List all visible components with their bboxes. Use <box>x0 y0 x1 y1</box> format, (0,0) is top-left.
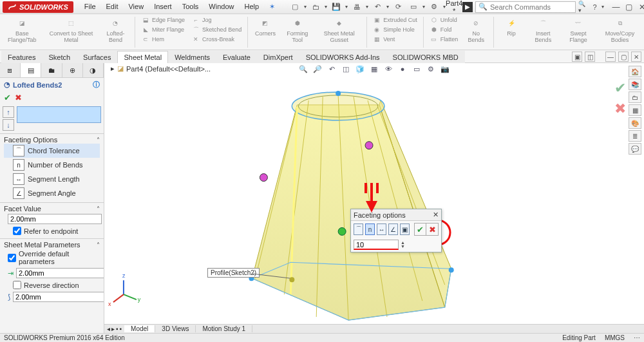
refer-endpoint-check[interactable]: Refer to endpoint <box>4 225 100 236</box>
help-icon[interactable]: ? <box>591 3 598 11</box>
ribbon-base-flange[interactable]: ◪Base Flange/Tab <box>3 15 41 44</box>
bend-radius-input[interactable] <box>13 292 104 302</box>
override-params-check[interactable]: Override default parameters <box>4 249 100 267</box>
ribbon-cross-break[interactable]: ✕Cross-Break <box>190 35 243 44</box>
menu-insert[interactable]: Insert <box>149 1 176 12</box>
ribbon-edge-flange[interactable]: ⬓Edge Flange <box>140 15 186 24</box>
tab-dimxpert[interactable]: DimXpert <box>257 51 299 63</box>
opt-segment-length[interactable]: ↔Segment Length <box>4 172 100 186</box>
window-restore-icon[interactable]: ▢ <box>623 2 635 12</box>
window-minimize-icon[interactable]: — <box>611 2 622 12</box>
popup-cancel-button[interactable]: ✖ <box>426 223 438 235</box>
ribbon-corners[interactable]: ◩Corners <box>252 15 278 37</box>
pm-tab-config[interactable]: 🖿 <box>41 63 62 77</box>
tab-evaluate[interactable]: Evaluate <box>216 51 257 63</box>
menu-file[interactable]: File <box>80 1 100 12</box>
pm-help-icon[interactable]: ⓘ <box>93 80 100 90</box>
popup-ok-button[interactable]: ✔ <box>415 223 426 235</box>
thickness-input[interactable] <box>16 268 104 278</box>
ribbon-miter-flange[interactable]: ◣Miter Flange <box>140 25 186 34</box>
save-icon[interactable]: 💾 <box>330 1 343 13</box>
doc-minimize-icon[interactable]: — <box>605 52 616 62</box>
popup-segment-length-button[interactable]: ↔ <box>377 223 386 235</box>
popup-refer-endpoint-button[interactable]: ▣ <box>400 223 410 235</box>
tab-sheet-metal[interactable]: Sheet Metal <box>117 51 168 63</box>
doc-restore-icon[interactable]: ▢ <box>618 52 629 62</box>
opt-number-of-bends[interactable]: nNumber of Bends <box>4 158 100 172</box>
menu-pin-icon[interactable]: ✶ <box>265 1 279 12</box>
pm-tab-feature-tree[interactable]: 🗉 <box>0 63 21 77</box>
ribbon-convert-sm[interactable]: ⬚Convert to Sheet Metal <box>45 15 97 44</box>
ribbon-gusset[interactable]: ◆Sheet Metal Gusset <box>317 15 362 44</box>
tab-sketch[interactable]: Sketch <box>42 51 77 63</box>
tab-motion-study[interactable]: Motion Study 1 <box>196 325 252 332</box>
opt-chord-tolerance[interactable]: ⌒Chord Tolerance <box>4 144 100 158</box>
menu-tools[interactable]: Tools <box>178 1 204 12</box>
tab-addins[interactable]: SOLIDWORKS Add-Ins <box>299 51 386 63</box>
pm-cancel-button[interactable]: ✖ <box>15 93 22 102</box>
tab-features[interactable]: Features <box>1 51 42 63</box>
new-icon[interactable]: ▢ <box>289 1 301 13</box>
status-units[interactable]: MMGS <box>605 334 625 341</box>
ribbon-forming-tool[interactable]: ⬢Forming Tool <box>282 15 313 44</box>
opt-segment-angle[interactable]: ∠Segment Angle <box>4 186 100 200</box>
pm-tab-display[interactable]: ◑ <box>83 63 104 77</box>
tab-scroll[interactable]: ◂▸▪▪ <box>104 325 124 332</box>
undo-icon[interactable]: ↶ <box>371 1 384 13</box>
search-dropdown-icon[interactable]: 🔍▾ <box>578 1 589 14</box>
ribbon-sketched-bend[interactable]: ⌒Sketched Bend <box>190 25 243 34</box>
section-header-smp[interactable]: Sheet Metal Parameters˄ <box>4 241 100 249</box>
menu-edit[interactable]: Edit <box>102 1 123 12</box>
popup-close-button[interactable]: ✕ <box>433 211 439 219</box>
profile-down-button[interactable]: ↓ <box>3 119 14 131</box>
profile-list[interactable] <box>17 106 101 123</box>
rebuild-icon[interactable]: ⟳ <box>392 1 404 13</box>
viewport-single-icon[interactable]: ▣ <box>572 52 582 62</box>
tab-model[interactable]: Model <box>124 325 155 332</box>
ribbon-insert-bends[interactable]: ⌒Insert Bends <box>528 15 558 44</box>
ribbon-unfold[interactable]: ⬡Unfold <box>428 15 460 24</box>
facet-value-input[interactable] <box>8 214 102 224</box>
graphics-area[interactable]: ▸ ◪ Part4 (Default<<Default>... 🔍 🔎 ↶ ◫ … <box>104 63 644 333</box>
popup-number-of-bends-button[interactable]: n <box>365 223 375 235</box>
ribbon-lofted-bend[interactable]: ◔Lofted-Bend <box>101 15 131 44</box>
section-header-facet-value[interactable]: Facet Value˄ <box>4 205 100 213</box>
pm-ok-button[interactable]: ✔ <box>4 93 11 102</box>
ribbon-flatten[interactable]: ▭Flatten <box>428 35 460 44</box>
tab-mbd[interactable]: SOLIDWORKS MBD <box>386 51 465 63</box>
ribbon-jog[interactable]: ⌐Jog <box>190 15 243 24</box>
ribbon-swept-flange[interactable]: 〰Swept Flange <box>562 15 594 44</box>
ribbon-move-copy[interactable]: ⧉Move/Copy Bodies <box>598 15 641 44</box>
pm-tab-dimxpert[interactable]: ⊕ <box>62 63 83 77</box>
ribbon-rip[interactable]: ⚡Rip <box>498 15 524 37</box>
tab-3d-views[interactable]: 3D Views <box>155 325 196 332</box>
profile-up-button[interactable]: ↑ <box>3 106 14 118</box>
search-toggle-icon[interactable]: ▶ <box>462 2 473 12</box>
ribbon-vent[interactable]: ▦Vent <box>371 35 419 44</box>
popup-value-input[interactable] <box>354 240 399 250</box>
menu-window[interactable]: Window <box>204 1 238 12</box>
viewport-split-icon[interactable]: ◫ <box>585 52 595 62</box>
ribbon-hem[interactable]: ⊂Hem <box>140 35 186 44</box>
section-header-faceting[interactable]: Faceting Options˄ <box>4 136 100 144</box>
print-icon[interactable]: 🖶 <box>350 1 363 13</box>
status-extras-icon[interactable]: ⋯ <box>634 334 640 341</box>
menu-help[interactable]: Help <box>240 1 263 12</box>
popup-chord-tolerance-button[interactable]: ⌒ <box>354 223 363 235</box>
refer-endpoint-checkbox[interactable] <box>13 227 21 235</box>
menu-view[interactable]: View <box>124 1 148 12</box>
doc-close-icon[interactable]: ✕ <box>631 52 641 62</box>
popup-segment-angle-button[interactable]: ∠ <box>388 223 398 235</box>
tab-weldments[interactable]: Weldments <box>168 51 216 63</box>
reverse-direction-checkbox[interactable] <box>13 281 21 289</box>
search-commands-input[interactable]: 🔍 Search Commands <box>475 1 576 13</box>
options-icon[interactable]: ⚙ <box>428 1 440 13</box>
popup-value-spinner[interactable]: ▲▼ <box>401 241 405 249</box>
ribbon-extruded-cut[interactable]: ▣Extruded Cut <box>371 15 419 24</box>
select-icon[interactable]: ▭ <box>407 1 420 13</box>
open-icon[interactable]: 🗀 <box>309 1 322 13</box>
ribbon-simple-hole[interactable]: ◉Simple Hole <box>371 25 419 34</box>
ribbon-no-bends[interactable]: ⊘No Bends <box>463 15 489 44</box>
tab-surfaces[interactable]: Surfaces <box>77 51 117 63</box>
reverse-direction-check[interactable]: Reverse direction <box>4 280 100 290</box>
